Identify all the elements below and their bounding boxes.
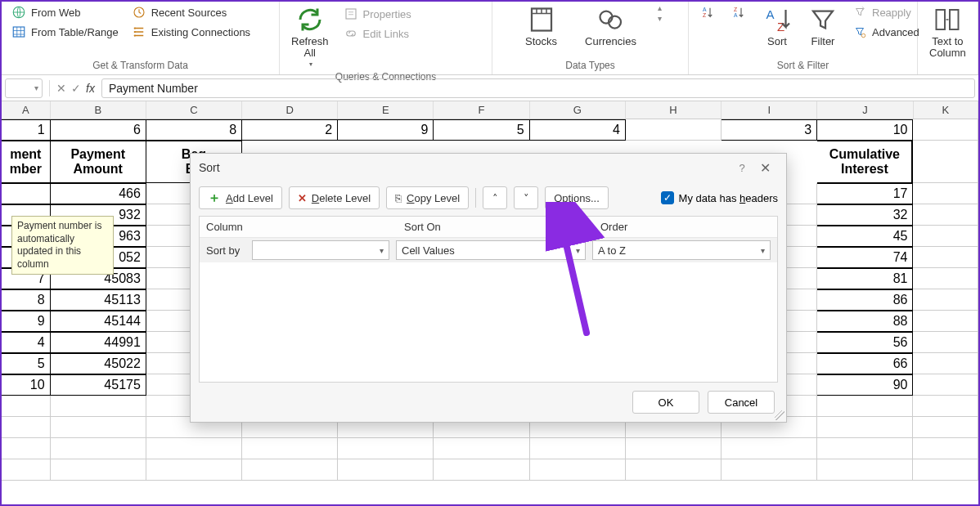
filter-button[interactable]: Filter [802, 3, 844, 49]
headers-checkbox[interactable]: ✓ My data has headers [661, 191, 778, 204]
recent-sources-button[interactable]: Recent Sources [127, 3, 255, 21]
cell[interactable]: 45175 [51, 374, 146, 396]
cell[interactable] [242, 459, 338, 481]
cell[interactable]: 66 [817, 353, 913, 374]
cell[interactable]: 90 [817, 374, 913, 396]
cell[interactable]: 45113 [51, 289, 146, 311]
advanced-button[interactable]: Advanced [847, 23, 924, 41]
cell[interactable] [51, 417, 146, 438]
cell[interactable] [913, 353, 978, 374]
cell[interactable]: 466 [51, 183, 146, 204]
cell[interactable] [913, 417, 978, 438]
cell[interactable] [51, 459, 146, 481]
options-button[interactable]: Options... [545, 186, 609, 209]
cell[interactable] [817, 459, 913, 481]
cell[interactable] [913, 119, 978, 141]
cell[interactable]: 81 [817, 268, 913, 289]
sorton-select[interactable]: Cell Values▾ [396, 240, 586, 260]
cell[interactable] [913, 204, 978, 226]
cell[interactable]: 4 [530, 119, 626, 141]
from-table-button[interactable]: From Table/Range [7, 23, 124, 41]
dialog-titlebar[interactable]: Sort ? ✕ [191, 154, 786, 181]
cell[interactable] [913, 226, 978, 247]
reapply-button[interactable]: Reapply [847, 3, 924, 21]
order-select[interactable]: A to Z▾ [592, 240, 771, 260]
cell[interactable] [146, 438, 242, 459]
cell[interactable]: 44991 [51, 332, 146, 353]
cell[interactable]: 2 [242, 119, 338, 141]
add-level-button[interactable]: ＋Add Level [199, 186, 282, 209]
cell[interactable] [2, 438, 51, 459]
cell[interactable] [51, 438, 146, 459]
col-header[interactable]: A [2, 101, 51, 119]
chevron-down-icon[interactable]: ▾ [658, 14, 662, 23]
fx-icon[interactable]: fx [86, 82, 95, 95]
col-header[interactable]: H [626, 101, 722, 119]
cell[interactable] [626, 119, 722, 141]
move-up-button[interactable]: ˄ [483, 186, 507, 209]
cell[interactable] [913, 459, 978, 481]
cell[interactable]: 9 [338, 119, 434, 141]
cell[interactable]: 45 [817, 226, 913, 247]
currencies-button[interactable]: Currencies [578, 3, 643, 49]
cell[interactable]: 32 [817, 204, 913, 226]
cell[interactable] [146, 459, 242, 481]
cell[interactable]: 56 [817, 332, 913, 353]
ok-button[interactable]: OK [632, 391, 699, 414]
resize-grip-icon[interactable] [775, 410, 784, 420]
cell[interactable] [530, 438, 626, 459]
cell[interactable] [913, 183, 978, 204]
stocks-button[interactable]: Stocks [519, 3, 564, 49]
text-to-columns-button[interactable]: Text to Column [923, 3, 973, 61]
cell[interactable]: 4 [2, 332, 51, 353]
cell[interactable] [2, 183, 51, 204]
col-header[interactable]: F [434, 101, 529, 119]
cell[interactable] [913, 247, 978, 268]
col-header[interactable]: K [914, 101, 978, 119]
cell[interactable]: 86 [817, 289, 913, 311]
cell[interactable]: 74 [817, 247, 913, 268]
sortby-select[interactable]: ▾ [252, 240, 389, 260]
cell[interactable]: 17 [817, 183, 913, 204]
refresh-all-button[interactable]: Refresh All ▾ [285, 3, 335, 69]
col-header[interactable]: C [146, 101, 242, 119]
cell[interactable]: 10 [817, 119, 913, 141]
close-icon[interactable]: ✕ [752, 160, 778, 176]
cell[interactable]: 3 [722, 119, 817, 141]
edit-links-button[interactable]: Edit Links [339, 25, 416, 43]
cell[interactable]: 45022 [51, 353, 146, 374]
cell[interactable]: 6 [51, 119, 146, 141]
copy-level-button[interactable]: ⎘Copy Level [386, 186, 469, 209]
cell[interactable] [913, 141, 978, 183]
cell[interactable] [913, 289, 978, 311]
col-header[interactable]: D [242, 101, 338, 119]
delete-level-button[interactable]: ✕Delete Level [289, 186, 380, 209]
col-header[interactable]: B [51, 101, 146, 119]
from-web-button[interactable]: From Web [7, 3, 124, 21]
cell[interactable]: 5 [2, 353, 51, 374]
cell[interactable] [242, 438, 338, 459]
cancel-formula-icon[interactable]: ✕ [56, 82, 66, 95]
cell[interactable] [913, 311, 978, 332]
cell[interactable] [913, 332, 978, 353]
cell[interactable] [2, 396, 51, 417]
formula-input[interactable]: Payment Number [101, 78, 975, 98]
cell[interactable] [2, 459, 51, 481]
name-box[interactable]: ▾ [5, 78, 43, 98]
cell[interactable] [913, 374, 978, 396]
cell[interactable]: 88 [817, 311, 913, 332]
cancel-button[interactable]: Cancel [708, 391, 775, 414]
cell[interactable]: 45144 [51, 311, 146, 332]
cell[interactable] [338, 459, 434, 481]
cell[interactable] [817, 417, 913, 438]
cell[interactable] [817, 438, 913, 459]
col-header[interactable]: E [338, 101, 434, 119]
cell[interactable] [338, 438, 434, 459]
cell[interactable] [434, 438, 529, 459]
cell[interactable] [722, 438, 817, 459]
col-header[interactable]: I [722, 101, 817, 119]
cell[interactable] [51, 396, 146, 417]
cell[interactable]: 9 [2, 311, 51, 332]
cell[interactable] [2, 417, 51, 438]
help-icon[interactable]: ? [732, 162, 752, 174]
